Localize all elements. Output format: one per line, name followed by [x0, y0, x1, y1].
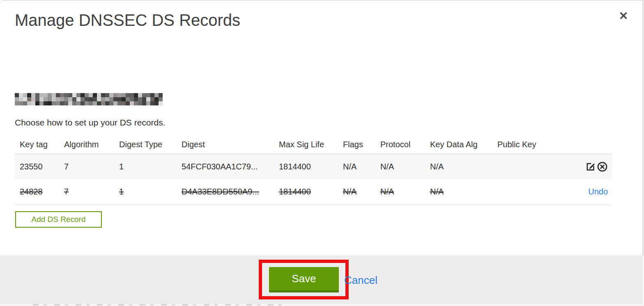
cell-digest: D4A33E8DD550A9... [182, 187, 279, 196]
col-header-max-sig-life: Max Sig Life [279, 140, 343, 149]
cell-algorithm: 7 [64, 162, 119, 171]
edit-icon[interactable] [585, 161, 596, 172]
col-header-algorithm: Algorithm [64, 140, 119, 149]
col-header-flags: Flags [343, 140, 380, 149]
delete-icon[interactable] [597, 161, 608, 172]
cell-key-data-alg: N/A [430, 162, 497, 171]
add-ds-record-button[interactable]: Add DS Record [15, 211, 102, 228]
close-icon[interactable]: ✕ [615, 8, 632, 24]
col-header-protocol: Protocol [380, 140, 430, 149]
cell-key-data-alg: N/A [430, 187, 497, 196]
col-header-digest: Digest [182, 140, 279, 149]
cell-protocol: N/A [380, 187, 430, 196]
cell-flags: N/A [343, 162, 380, 171]
cell-digest: 54FCF030AA1C79... [182, 162, 279, 171]
dnssec-modal: Manage DNSSEC DS Records ✕ Choose how to… [0, 0, 643, 304]
cell-digest-type: 1 [119, 187, 182, 196]
col-header-public-key: Public Key [497, 140, 577, 149]
save-button[interactable]: Save [269, 267, 339, 292]
ds-records-table: Key tag Algorithm Digest Type Digest Max… [15, 135, 612, 205]
cell-max-sig-life: 1814400 [279, 162, 343, 171]
cell-algorithm: 7 [64, 187, 119, 196]
cell-key-tag: 24828 [15, 187, 64, 196]
cell-max-sig-life: 1814400 [279, 187, 343, 196]
cell-flags: N/A [343, 187, 380, 196]
table-header-row: Key tag Algorithm Digest Type Digest Max… [15, 135, 612, 154]
table-row-deleted: 24828 7 1 D4A33E8DD550A9... 1814400 N/A … [15, 179, 612, 205]
row-actions [577, 161, 612, 172]
cell-digest-type: 1 [119, 162, 182, 171]
col-header-key-tag: Key tag [15, 140, 64, 149]
table-row: 23550 7 1 54FCF030AA1C79... 1814400 N/A … [15, 154, 612, 179]
background-text-remnants [33, 304, 288, 306]
undo-link[interactable]: Undo [588, 187, 608, 196]
row-actions: Undo [577, 187, 612, 196]
cell-key-tag: 23550 [15, 162, 64, 171]
col-header-digest-type: Digest Type [119, 140, 182, 149]
cell-protocol: N/A [380, 162, 430, 171]
page-title: Manage DNSSEC DS Records [15, 11, 240, 30]
instruction-text: Choose how to set up your DS records. [15, 118, 166, 128]
cancel-link[interactable]: Cancel [344, 274, 377, 287]
redacted-domain-name [15, 93, 163, 105]
col-header-key-data-alg: Key Data Alg [430, 140, 497, 149]
